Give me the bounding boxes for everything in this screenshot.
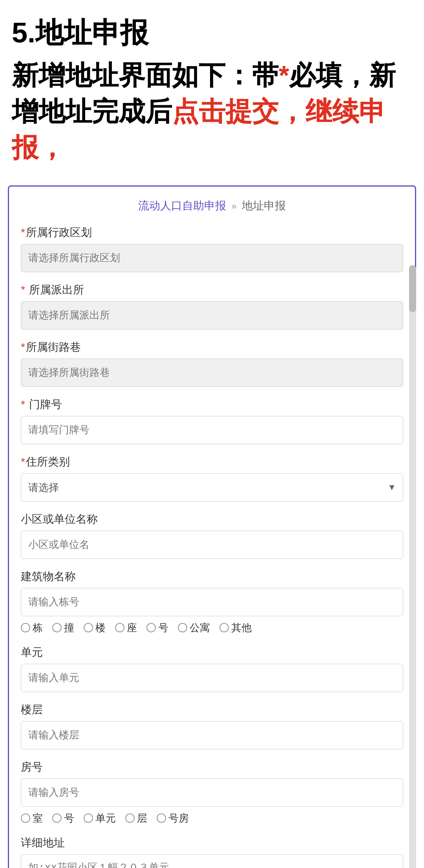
field-room: 房号 室 号 单元 层 号房 [21,760,403,825]
star-door: * [21,398,25,410]
required-star: * [279,60,289,90]
field-building-name: 建筑物名称 栋 撞 楼 座 号 公寓 其他 [21,569,403,635]
input-floor[interactable] [21,721,403,749]
input-street[interactable] [21,359,403,387]
input-room[interactable] [21,778,403,807]
page-title: 5.地址申报 [12,16,412,49]
input-admin-district[interactable] [21,244,403,272]
radio-circle-dong [21,623,30,632]
label-community-name: 小区或单位名称 [21,512,403,527]
radio-circle-gongyu [178,623,187,632]
radio-zuo[interactable]: 座 [115,621,137,635]
field-community-name: 小区或单位名称 [21,512,403,559]
radio-circle-ceng [125,813,135,823]
label-unit: 单元 [21,645,403,660]
scrollbar-thumb[interactable] [409,265,416,312]
radio-circle-hao [146,623,156,632]
star-residence: * [21,456,25,468]
field-door-number: * 门牌号 [21,397,403,444]
breadcrumb-main: 流动人口自助申报 [138,200,226,212]
field-detail-address: 详细地址 [21,835,403,868]
radio-circle-other-building [219,623,229,632]
star-police: * [21,284,25,296]
radio-circle-haofang [157,813,166,823]
breadcrumb-separator: » [231,201,236,211]
star-admin: * [21,226,25,238]
select-residence-type[interactable]: 请选择 自有住房 租住房屋 单位宿舍 其他 [21,473,403,502]
scrollbar-track[interactable] [409,265,416,868]
label-door-number: * 门牌号 [21,397,403,412]
radio-dong[interactable]: 栋 [21,621,43,635]
label-police-station: * 所属派出所 [21,282,403,297]
label-detail-address: 详细地址 [21,835,403,850]
desc-part1: 新增地址界面如下：带 [12,60,279,90]
field-street: *所属街路巷 [21,340,403,387]
label-room: 房号 [21,760,403,775]
label-building-name: 建筑物名称 [21,569,403,584]
radio-danyuan[interactable]: 单元 [84,811,116,825]
radio-hao2[interactable]: 号 [52,811,74,825]
input-community-name[interactable] [21,531,403,559]
radio-circle-shi [21,813,30,823]
breadcrumb: 流动人口自助申报 » 地址申报 [21,198,403,213]
radio-circle-danyuan [84,813,93,823]
radio-gongyu[interactable]: 公寓 [178,621,210,635]
label-floor: 楼层 [21,702,403,717]
input-unit[interactable] [21,664,403,692]
star-street: * [21,341,25,353]
radio-hao[interactable]: 号 [146,621,168,635]
radio-shi[interactable]: 室 [21,811,43,825]
input-building-name[interactable] [21,588,403,616]
radio-circle-hao2 [52,813,62,823]
label-admin-district: *所属行政区划 [21,225,403,240]
label-street: *所属街路巷 [21,340,403,355]
field-admin-district: *所属行政区划 [21,225,403,272]
input-police-station[interactable] [21,301,403,330]
radio-zhuang[interactable]: 撞 [52,621,74,635]
header-section: 5.地址申报 新增地址界面如下：带*必填，新增地址完成后点击提交，继续申报， [0,0,424,174]
radio-haofang[interactable]: 号房 [157,811,189,825]
page-description: 新增地址界面如下：带*必填，新增地址完成后点击提交，继续申报， [12,57,412,165]
select-wrapper-residence: 请选择 自有住房 租住房屋 单位宿舍 其他 [21,473,403,502]
radio-circle-zhuang [52,623,62,632]
input-door-number[interactable] [21,416,403,444]
radio-lou[interactable]: 楼 [84,621,106,635]
room-radio-group: 室 号 单元 层 号房 [21,811,403,825]
breadcrumb-sub: 地址申报 [242,200,286,212]
textarea-detail-address[interactable] [21,854,403,868]
field-residence-type: *住所类别 请选择 自有住房 租住房屋 单位宿舍 其他 [21,454,403,502]
field-floor: 楼层 [21,702,403,749]
field-police-station: * 所属派出所 [21,282,403,330]
radio-ceng[interactable]: 层 [125,811,147,825]
building-radio-group: 栋 撞 楼 座 号 公寓 其他 [21,621,403,635]
radio-circle-zuo [115,623,124,632]
field-unit: 单元 [21,645,403,692]
form-container: 流动人口自助申报 » 地址申报 *所属行政区划 * 所属派出所 *所属街路巷 *… [8,185,416,868]
radio-circle-lou [84,623,93,632]
label-residence-type: *住所类别 [21,454,403,469]
radio-other-building[interactable]: 其他 [219,621,252,635]
